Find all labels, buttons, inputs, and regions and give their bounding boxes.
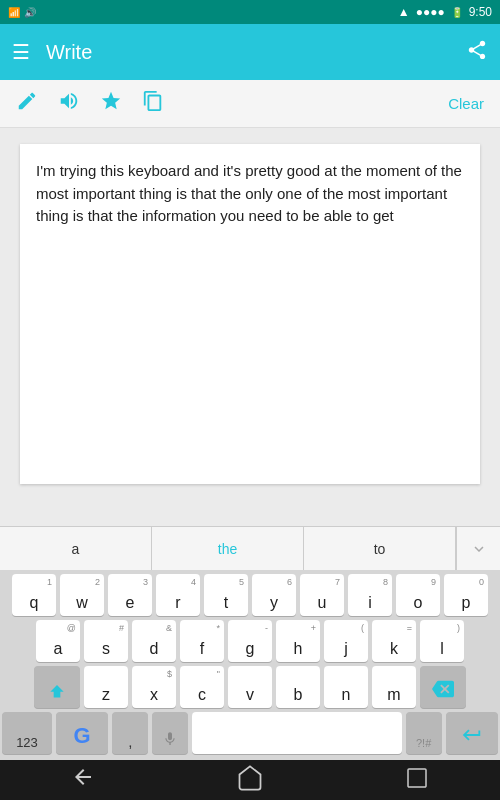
key-r[interactable]: 4r [156, 574, 200, 616]
google-key[interactable]: G [56, 712, 108, 754]
suggestion-a[interactable]: a [0, 527, 152, 570]
suggestion-to[interactable]: to [304, 527, 456, 570]
key-b[interactable]: b [276, 666, 320, 708]
recents-button[interactable] [405, 766, 429, 794]
action-bar: Clear [0, 80, 500, 128]
key-z[interactable]: z [84, 666, 128, 708]
key-d[interactable]: &d [132, 620, 176, 662]
wifi-icon: ▲ [398, 5, 410, 19]
key-l[interactable]: )l [420, 620, 464, 662]
numbers-key[interactable]: 123 [2, 712, 52, 754]
key-j[interactable]: (j [324, 620, 368, 662]
key-m[interactable]: m [372, 666, 416, 708]
enter-key[interactable] [446, 712, 498, 754]
home-button[interactable] [236, 764, 264, 796]
key-o[interactable]: 9o [396, 574, 440, 616]
time-display: 9:50 [469, 5, 492, 19]
key-g[interactable]: -g [228, 620, 272, 662]
status-icon-1: 📶 [8, 7, 20, 18]
keyboard: 1q 2w 3e 4r 5t 6y 7u 8i 9o 0p @a #s &d *… [0, 570, 500, 760]
comma-key[interactable]: , [112, 712, 148, 754]
status-bar: 📶 🔊 ▲ ●●●● 🔋 9:50 [0, 0, 500, 24]
speaker-icon[interactable] [58, 90, 80, 117]
status-right-icons: ▲ ●●●● 🔋 9:50 [398, 5, 492, 19]
nav-bar [0, 760, 500, 800]
text-content: I'm trying this keyboard and it's pretty… [36, 162, 462, 224]
suggestions-bar: a the to [0, 526, 500, 570]
key-y[interactable]: 6y [252, 574, 296, 616]
keyboard-row-4: 123 G , ?!# [2, 712, 498, 754]
battery-icon: 🔋 [451, 7, 463, 18]
action-icons [16, 90, 448, 117]
key-i[interactable]: 8i [348, 574, 392, 616]
key-c[interactable]: "c [180, 666, 224, 708]
key-e[interactable]: 3e [108, 574, 152, 616]
suggestions-expand[interactable] [456, 527, 500, 570]
key-t[interactable]: 5t [204, 574, 248, 616]
star-icon[interactable] [100, 90, 122, 117]
key-s[interactable]: #s [84, 620, 128, 662]
signal-icon: ●●●● [416, 5, 445, 19]
text-area-container: I'm trying this keyboard and it's pretty… [0, 128, 500, 526]
key-q[interactable]: 1q [12, 574, 56, 616]
key-u[interactable]: 7u [300, 574, 344, 616]
key-p[interactable]: 0p [444, 574, 488, 616]
toolbar: ☰ Write [0, 24, 500, 80]
page-title: Write [46, 41, 450, 64]
key-x[interactable]: $x [132, 666, 176, 708]
key-v[interactable]: v [228, 666, 272, 708]
key-f[interactable]: *f [180, 620, 224, 662]
key-a[interactable]: @a [36, 620, 80, 662]
mic-key[interactable] [152, 712, 188, 754]
key-k[interactable]: =k [372, 620, 416, 662]
back-button[interactable] [71, 765, 95, 795]
menu-button[interactable]: ☰ [12, 40, 30, 64]
key-n[interactable]: n [324, 666, 368, 708]
svg-rect-0 [408, 769, 426, 787]
spacebar-key[interactable] [192, 712, 401, 754]
shift-key[interactable] [34, 666, 80, 708]
share-button[interactable] [466, 39, 488, 66]
key-h[interactable]: +h [276, 620, 320, 662]
status-left-icons: 📶 🔊 [8, 7, 36, 18]
pen-icon[interactable] [16, 90, 38, 117]
copy-icon[interactable] [142, 90, 164, 117]
key-w[interactable]: 2w [60, 574, 104, 616]
text-card[interactable]: I'm trying this keyboard and it's pretty… [20, 144, 480, 484]
suggestion-the[interactable]: the [152, 527, 304, 570]
status-icon-2: 🔊 [24, 7, 36, 18]
backspace-key[interactable] [420, 666, 466, 708]
keyboard-row-2: @a #s &d *f -g +h (j =k )l [2, 620, 498, 662]
period-key[interactable]: ?!# [406, 712, 442, 754]
clear-button[interactable]: Clear [448, 95, 484, 112]
keyboard-row-1: 1q 2w 3e 4r 5t 6y 7u 8i 9o 0p [2, 574, 498, 616]
keyboard-row-3: z $x "c v b n m [2, 666, 498, 708]
